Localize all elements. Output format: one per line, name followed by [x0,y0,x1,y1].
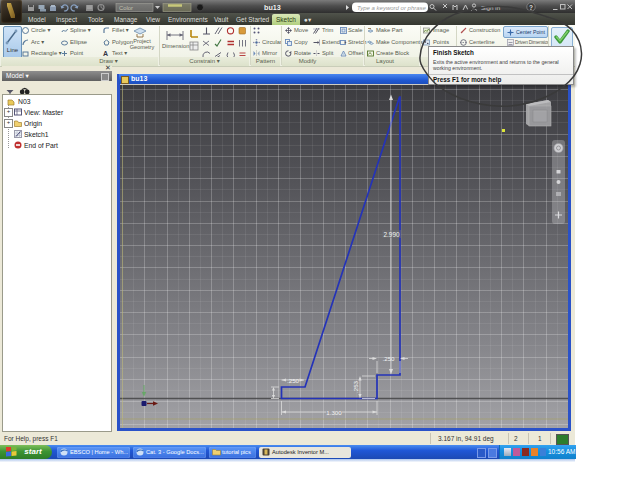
svg-text:Color: Color [119,5,133,11]
svg-text:.250: .250 [382,355,395,362]
svg-text:.253: .253 [352,380,359,393]
svg-text:Sign In: Sign In [481,4,501,11]
svg-text:Type a keyword or phrase: Type a keyword or phrase [357,5,427,11]
svg-text:bu13: bu13 [264,3,281,12]
svg-text:.250: .250 [287,377,300,384]
svg-text:?: ? [529,4,533,11]
svg-text:1.300: 1.300 [326,409,342,416]
svg-text:2.990: 2.990 [384,231,400,238]
